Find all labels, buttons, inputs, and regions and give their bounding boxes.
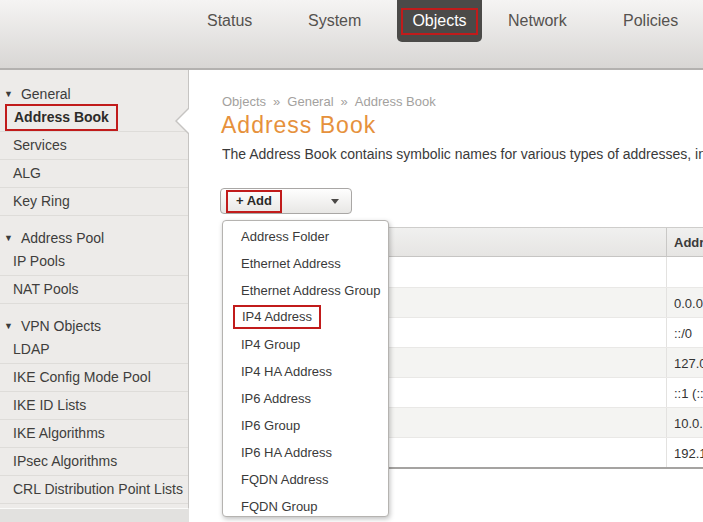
- menu-item-ip4-ha-address[interactable]: IP4 HA Address: [223, 359, 388, 386]
- sidebar-item-key-ring[interactable]: Key Ring: [0, 188, 188, 216]
- chevron-down-icon: [331, 199, 339, 204]
- sidebar-group-address-pool[interactable]: ▼Address Pool: [0, 228, 188, 248]
- menu-item-fqdn-address[interactable]: FQDN Address: [223, 467, 388, 494]
- sidebar-group-label: Address Pool: [21, 230, 104, 246]
- breadcrumb-item-general[interactable]: General: [287, 94, 333, 109]
- menu-item-label: IP4 Group: [241, 337, 300, 352]
- sidebar-item-label: IKE Algorithms: [13, 425, 105, 441]
- column-divider: [666, 348, 667, 377]
- sidebar-item-nat-pools[interactable]: NAT Pools: [0, 276, 188, 304]
- page-title: Address Book: [221, 112, 376, 139]
- address-cell: 0.0.0.0: [674, 296, 703, 311]
- menu-item-ip6-ha-address[interactable]: IP6 HA Address: [223, 440, 388, 467]
- menu-item-label: Ethernet Address: [241, 256, 341, 271]
- sidebar-item-ipsec-algorithms[interactable]: IPsec Algorithms: [0, 448, 188, 476]
- menu-item-label: FQDN Group: [241, 499, 318, 514]
- triangle-down-icon: ▼: [4, 321, 13, 331]
- menu-item-label: Address Folder: [241, 229, 329, 244]
- add-dropdown-menu: Address FolderEthernet AddressEthernet A…: [222, 220, 389, 517]
- breadcrumb-separator: »: [341, 94, 348, 109]
- sidebar-item-ike-config-mode-pool[interactable]: IKE Config Mode Pool: [0, 364, 188, 392]
- nav-item-system[interactable]: System: [308, 12, 361, 30]
- nav-item-status[interactable]: Status: [207, 12, 252, 30]
- address-cell: ::/0: [674, 326, 692, 341]
- column-divider: [666, 438, 667, 467]
- add-button[interactable]: + Add: [220, 188, 352, 214]
- breadcrumb-item-address-book[interactable]: Address Book: [355, 94, 436, 109]
- sidebar-group-vpn-objects[interactable]: ▼VPN Objects: [0, 316, 188, 336]
- menu-item-fqdn-group[interactable]: FQDN Group: [223, 494, 388, 517]
- sidebar-group-general[interactable]: ▼General: [0, 84, 188, 104]
- sidebar-item-ldap[interactable]: LDAP: [0, 336, 188, 364]
- sidebar-item-label: IKE Config Mode Pool: [13, 369, 151, 385]
- selection-arrow: [177, 108, 190, 134]
- menu-item-label: IP4 Address: [233, 305, 321, 329]
- nav-item-policies[interactable]: Policies: [623, 12, 678, 30]
- top-nav: StatusSystemObjectsNetworkPolicies: [0, 0, 703, 70]
- column-divider: [666, 288, 667, 317]
- address-cell: 127.0.0: [674, 356, 703, 371]
- sidebar-item-alg[interactable]: ALG: [0, 160, 188, 188]
- menu-item-label: IP4 HA Address: [241, 364, 332, 379]
- sidebar-item-label: IKE ID Lists: [13, 397, 86, 413]
- menu-item-ip4-address[interactable]: IP4 Address: [223, 305, 388, 332]
- address-cell: 10.0.0.: [674, 416, 703, 431]
- triangle-down-icon: ▼: [4, 89, 13, 99]
- sidebar-item-label: Key Ring: [13, 193, 70, 209]
- address-cell: ::1 (::1: [674, 386, 703, 401]
- address-cell: 192.168: [674, 446, 703, 461]
- sidebar-item-crl-distribution-point-lists[interactable]: CRL Distribution Point Lists: [0, 476, 188, 504]
- triangle-down-icon: ▼: [4, 233, 13, 243]
- menu-item-ethernet-address[interactable]: Ethernet Address: [223, 251, 388, 278]
- nav-tab-label: Objects: [401, 8, 477, 35]
- menu-item-label: IP6 HA Address: [241, 445, 332, 460]
- sidebar-item-label: ALG: [13, 165, 41, 181]
- column-divider: [666, 257, 667, 287]
- app-screen: StatusSystemObjectsNetworkPolicies ▼Gene…: [0, 0, 703, 522]
- menu-item-address-folder[interactable]: Address Folder: [223, 224, 388, 251]
- sidebar: ▼GeneralAddress BookServicesALGKey Ring▼…: [0, 70, 189, 509]
- sidebar-item-services[interactable]: Services: [0, 132, 188, 160]
- nav-tab-objects[interactable]: Objects: [397, 0, 482, 42]
- column-divider: [666, 408, 667, 437]
- sidebar-item-ike-id-lists[interactable]: IKE ID Lists: [0, 392, 188, 420]
- breadcrumb: Objects»General»Address Book: [222, 94, 436, 109]
- menu-item-ip6-address[interactable]: IP6 Address: [223, 386, 388, 413]
- sidebar-item-ike-algorithms[interactable]: IKE Algorithms: [0, 420, 188, 448]
- sidebar-item-label: LDAP: [13, 341, 50, 357]
- sidebar-item-label: CRL Distribution Point Lists: [13, 481, 183, 497]
- menu-item-ip4-group[interactable]: IP4 Group: [223, 332, 388, 359]
- sidebar-group-label: General: [21, 86, 71, 102]
- page-description: The Address Book contains symbolic names…: [222, 146, 703, 162]
- sidebar-item-label: IPsec Algorithms: [13, 453, 117, 469]
- sidebar-item-address-book[interactable]: Address Book: [0, 104, 188, 132]
- menu-item-label: FQDN Address: [241, 472, 328, 487]
- sidebar-item-label: Services: [13, 137, 67, 153]
- column-divider: [666, 228, 667, 256]
- sidebar-group-label: VPN Objects: [21, 318, 101, 334]
- nav-item-network[interactable]: Network: [508, 12, 567, 30]
- main-content: Objects»General»Address Book Address Boo…: [189, 70, 703, 522]
- column-divider: [666, 318, 667, 347]
- breadcrumb-separator: »: [273, 94, 280, 109]
- menu-item-label: IP6 Address: [241, 391, 311, 406]
- menu-item-ethernet-address-group[interactable]: Ethernet Address Group: [223, 278, 388, 305]
- sidebar-item-label: NAT Pools: [13, 281, 79, 297]
- column-divider: [666, 378, 667, 407]
- sidebar-item-ip-pools[interactable]: IP Pools: [0, 248, 188, 276]
- annotation-box-add: + Add: [226, 190, 282, 213]
- address-column-header[interactable]: Address: [674, 235, 703, 250]
- menu-item-label: IP6 Group: [241, 418, 300, 433]
- menu-item-label: Ethernet Address Group: [241, 283, 380, 298]
- breadcrumb-item-objects[interactable]: Objects: [222, 94, 266, 109]
- sidebar-item-label: Address Book: [5, 104, 118, 131]
- sidebar-item-label: IP Pools: [13, 253, 65, 269]
- menu-item-ip6-group[interactable]: IP6 Group: [223, 413, 388, 440]
